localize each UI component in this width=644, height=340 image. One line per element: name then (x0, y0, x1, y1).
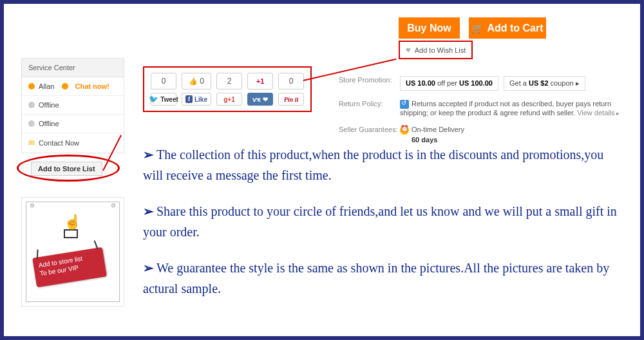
wishlist-label: Add to Wish List (415, 46, 466, 54)
return-view-details-link[interactable]: View details (577, 109, 620, 117)
facebook-icon: f (185, 95, 193, 103)
arrow-icon: ➢ (143, 204, 154, 218)
arrow-icon: ➢ (143, 261, 154, 275)
vk-icon: ⱱк (252, 96, 260, 103)
pin-icon (30, 203, 34, 207)
seller-guarantees-label: Seller Guarantees: (339, 126, 400, 144)
service-center-header: Service Center (22, 59, 124, 77)
fb-like-button[interactable]: fLike (182, 93, 211, 106)
bullet-2: ➢Share this product to your circle of fr… (143, 201, 626, 242)
service-center-panel: Service Center Allan Chat now! Offline O… (21, 58, 124, 153)
product-info: Store Promotion: US 10.00 off per US 100… (339, 76, 629, 153)
contact-now-row[interactable]: ✉ Contact Now (22, 133, 124, 153)
heart-icon: ♥ (406, 45, 411, 55)
status-dot-offline-icon (28, 120, 35, 127)
bullet-1: ➢The collection of this product,when the… (143, 144, 626, 185)
agent-name: Allan (39, 82, 54, 90)
mail-icon: ✉ (28, 138, 35, 147)
add-to-wishlist-link[interactable]: ♥ Add to Wish List (402, 44, 469, 56)
store-promotion-label: Store Promotion: (339, 76, 400, 91)
twitter-icon: 🐦 (149, 95, 158, 104)
vk-button[interactable]: ⱱк❤ (247, 93, 273, 106)
google-plus-button[interactable]: g+1 (216, 93, 242, 106)
promo-coupon[interactable]: Get a US $2 coupon ▸ (504, 76, 585, 91)
pin-count: 0 (278, 73, 304, 90)
service-offline-row: Offline (22, 115, 124, 133)
promo-bullets: ➢The collection of this product,when the… (143, 144, 626, 314)
return-policy-label: Return Policy: (339, 100, 400, 117)
buy-now-button[interactable]: Buy Now (399, 17, 460, 39)
return-icon (400, 100, 409, 109)
chat-now-link[interactable]: Chat now! (75, 82, 109, 90)
plus1-count: +1 (247, 73, 273, 90)
status-dot-offline-icon (28, 102, 35, 108)
like-count: 👍0 (182, 73, 211, 90)
status-dot-online-icon (28, 83, 35, 90)
arrow-icon: ➢ (143, 147, 154, 162)
clock-icon (400, 126, 409, 135)
add-to-store-highlight: Add to Store List (18, 158, 128, 187)
cart-icon: 🛒 (471, 23, 484, 34)
offline-label: Offline (39, 101, 59, 109)
add-to-cart-button[interactable]: 🛒 Add to Cart (469, 17, 546, 39)
pin-icon (111, 203, 115, 207)
add-to-store-list-button[interactable]: Add to Store List (31, 162, 102, 176)
vip-sign: Add to store list To be our VIP (32, 247, 107, 288)
gplus-count: 2 (216, 73, 242, 90)
status-dot-online-icon (62, 83, 68, 90)
social-share-box: 0 👍0 2 +1 0 🐦Tweet fLike g+1 ⱱк❤ Pin it (143, 66, 312, 112)
return-policy-text: Returns accepted if product not as descr… (400, 100, 629, 117)
vip-promo-card: ☝ Add to store list To be our VIP (21, 197, 124, 307)
seller-guarantees-text: On-time Delivery 60 days (400, 126, 464, 144)
tweet-count: 0 (151, 73, 176, 90)
service-offline-row: Offline (22, 96, 124, 115)
add-to-cart-label: Add to Cart (487, 23, 543, 34)
contact-now-label: Contact Now (39, 139, 79, 147)
tweet-button[interactable]: 🐦Tweet (151, 93, 176, 106)
cursor-click-icon: ☝ (64, 214, 83, 237)
pinterest-button[interactable]: Pin it (278, 93, 304, 106)
service-agent-row: Allan Chat now! (22, 77, 124, 96)
promo-threshold[interactable]: US 10.00 off per US 100.00 (400, 76, 498, 91)
wishlist-highlight: ♥ Add to Wish List (399, 41, 473, 59)
offline-label: Offline (39, 120, 59, 128)
bullet-3: ➢We guarantee the style is the same as s… (143, 258, 626, 299)
thumb-up-icon: 👍 (189, 77, 198, 86)
